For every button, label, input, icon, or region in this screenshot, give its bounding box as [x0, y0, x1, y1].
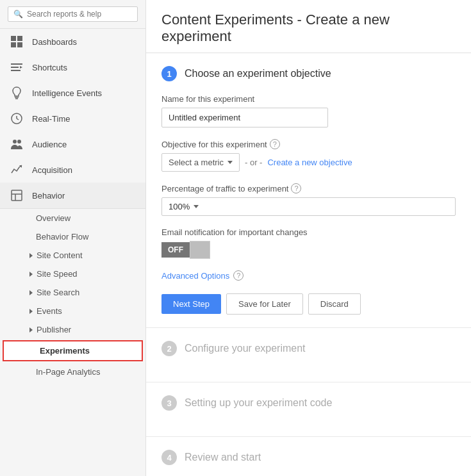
sidebar-item-behavior[interactable]: Behavior	[0, 183, 145, 208]
behavior-icon	[10, 189, 23, 202]
create-objective-link[interactable]: Create a new objective	[267, 158, 352, 167]
sidebar-item-overview-label: Overview	[36, 213, 70, 223]
page-header: Content Experiments - Create a new exper…	[146, 0, 471, 53]
sidebar-item-dashboards[interactable]: Dashboards	[0, 29, 145, 54]
svg-rect-2	[11, 42, 16, 47]
sidebar-item-site-search-label: Site Search	[37, 288, 79, 297]
sidebar-item-real-time-label: Real-Time	[32, 114, 70, 124]
sidebar-item-behavior-flow[interactable]: Behavior Flow	[0, 227, 145, 246]
sidebar-item-acquisition[interactable]: Acquisition	[0, 157, 145, 183]
sidebar-item-site-content[interactable]: Site Content	[0, 246, 145, 265]
svg-rect-6	[11, 70, 21, 71]
sidebar-item-events[interactable]: Events	[0, 302, 145, 320]
arrow-right-icon	[29, 272, 33, 277]
sidebar-item-in-page-analytics-label: In-Page Analytics	[36, 367, 100, 377]
traffic-select-dropdown[interactable]: 100%	[161, 197, 456, 216]
svg-rect-3	[17, 42, 22, 47]
advanced-options-row: Advanced Options ?	[161, 270, 456, 281]
select-metric-dropdown[interactable]: Select a metric	[161, 153, 240, 172]
arrow-right-icon	[29, 327, 33, 332]
step-4-header: 4 Review and start	[161, 450, 456, 465]
main-content: Content Experiments - Create a new exper…	[146, 0, 471, 476]
behavior-subnav: Overview Behavior Flow Site Content Site…	[0, 209, 145, 381]
svg-rect-1	[17, 36, 22, 41]
sidebar-item-audience-label: Audience	[32, 140, 67, 149]
arrow-right-icon	[29, 253, 33, 258]
chevron-down-icon	[227, 161, 233, 164]
arrow-right-icon	[29, 290, 33, 295]
save-for-later-button[interactable]: Save for Later	[226, 293, 303, 315]
nav-section-main: Dashboards Shortcuts Intelligence Events	[0, 29, 145, 209]
svg-point-14	[17, 140, 21, 144]
sidebar-item-site-speed[interactable]: Site Speed	[0, 265, 145, 283]
page-title: Content Experiments - Create a new exper…	[161, 12, 456, 45]
toggle-container: OFF	[161, 241, 456, 259]
sidebar-item-publisher[interactable]: Publisher	[0, 320, 145, 339]
step-4-section: 4 Review and start	[146, 437, 471, 476]
sidebar-item-acquisition-label: Acquisition	[32, 165, 72, 175]
sidebar-item-publisher-label: Publisher	[37, 325, 71, 334]
traffic-label: Percentage of traffic to experiment ?	[161, 183, 456, 193]
traffic-help-icon[interactable]: ?	[291, 183, 301, 193]
objective-label: Objective for this experiment ?	[161, 139, 456, 149]
sidebar: 🔍 Dashboards Shortcuts	[0, 0, 146, 476]
toggle-off-button[interactable]: OFF	[161, 242, 190, 258]
email-notification-group: Email notification for important changes…	[161, 227, 456, 259]
step-2-number: 2	[161, 341, 177, 356]
step-3-number: 3	[161, 395, 177, 411]
sidebar-item-real-time[interactable]: Real-Time	[0, 106, 145, 131]
shortcuts-icon	[10, 61, 23, 74]
search-container: 🔍	[0, 0, 145, 29]
discard-button[interactable]: Discard	[308, 293, 361, 315]
step-1-number: 1	[161, 66, 177, 81]
lightbulb-icon	[10, 86, 23, 99]
sidebar-item-experiments[interactable]: Experiments	[3, 340, 143, 361]
objective-group: Objective for this experiment ? Select a…	[161, 139, 456, 172]
step-2-header: 2 Configure your experiment	[161, 341, 456, 356]
svg-marker-7	[20, 66, 22, 69]
sidebar-item-shortcuts[interactable]: Shortcuts	[0, 54, 145, 80]
sidebar-item-experiments-label: Experiments	[40, 346, 90, 356]
chevron-down-icon	[194, 205, 199, 208]
search-icon: 🔍	[13, 10, 23, 19]
sidebar-item-site-search[interactable]: Site Search	[0, 283, 145, 302]
people-icon	[10, 138, 23, 151]
experiment-name-label: Name for this experiment	[161, 94, 456, 104]
svg-rect-5	[11, 67, 19, 68]
step-1-title: Choose an experiment objective	[185, 68, 331, 79]
sidebar-item-in-page-analytics[interactable]: In-Page Analytics	[0, 363, 145, 381]
select-metric-label: Select a metric	[169, 158, 224, 167]
sidebar-item-site-speed-label: Site Speed	[37, 269, 78, 279]
step-1-header: 1 Choose an experiment objective	[161, 66, 456, 81]
step-4-title: Review and start	[185, 452, 261, 463]
content-area: 1 Choose an experiment objective Name fo…	[146, 53, 471, 476]
search-box[interactable]: 🔍	[8, 6, 138, 22]
objective-row: Select a metric - or - Create a new obje…	[161, 153, 456, 172]
sidebar-item-behavior-label: Behavior	[32, 191, 65, 201]
step-3-section: 3 Setting up your experiment code	[146, 382, 471, 437]
next-step-button[interactable]: Next Step	[161, 294, 221, 314]
traffic-value: 100%	[169, 202, 190, 211]
arrow-right-icon	[29, 309, 33, 314]
sidebar-item-behavior-flow-label: Behavior Flow	[36, 232, 88, 242]
sidebar-item-overview[interactable]: Overview	[0, 209, 145, 227]
step-2-section: 2 Configure your experiment	[146, 328, 471, 382]
toggle-slider[interactable]	[190, 241, 210, 259]
svg-point-13	[13, 140, 17, 144]
sidebar-item-intelligence-events[interactable]: Intelligence Events	[0, 80, 145, 106]
svg-rect-16	[12, 190, 22, 201]
step-3-header: 3 Setting up your experiment code	[161, 395, 456, 411]
sidebar-item-events-label: Events	[37, 306, 62, 316]
objective-help-icon[interactable]: ?	[270, 139, 280, 149]
advanced-options-help-icon[interactable]: ?	[233, 270, 244, 281]
experiment-name-input[interactable]	[161, 108, 328, 127]
advanced-options-link[interactable]: Advanced Options	[161, 271, 229, 281]
sidebar-item-shortcuts-label: Shortcuts	[32, 63, 67, 72]
svg-rect-0	[11, 36, 16, 41]
step-1-section: 1 Choose an experiment objective Name fo…	[146, 53, 471, 328]
sidebar-item-site-content-label: Site Content	[37, 250, 83, 260]
sidebar-item-audience[interactable]: Audience	[0, 131, 145, 157]
step-2-title: Configure your experiment	[185, 343, 306, 354]
search-input[interactable]	[27, 10, 132, 19]
grid-icon	[10, 35, 23, 48]
